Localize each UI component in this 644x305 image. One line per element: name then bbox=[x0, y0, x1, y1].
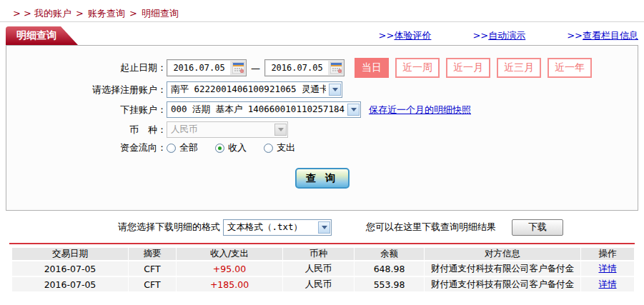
transactions-table: 交易日期 摘要 收入/支出 币种 余额 对方信息 操作 2016-07-05 C… bbox=[11, 246, 635, 293]
link-auto-demo[interactable]: >>自动演示 bbox=[472, 29, 525, 42]
radio-button-checked[interactable] bbox=[215, 144, 224, 153]
detail-link[interactable]: 详情 bbox=[599, 279, 617, 289]
currency-value: 人民币 bbox=[171, 124, 272, 136]
sub-account-select[interactable]: 000 活期 基本户 1406600101102571848 bbox=[167, 101, 361, 118]
col-header-balance: 余额 bbox=[355, 248, 424, 260]
flow-option-all[interactable]: 全部 bbox=[167, 141, 198, 154]
quick-range-buttons: 当日 近一周 近一月 近三月 近一年 bbox=[355, 58, 592, 78]
table-row: 2016-07-05 CFT +95.00 人民币 648.98 财付通支付科技… bbox=[12, 261, 634, 276]
cell-amount: +95.00 bbox=[177, 261, 282, 276]
col-header-currency: 币种 bbox=[283, 248, 354, 260]
currency-select: 人民币 bbox=[167, 121, 288, 138]
link-prefix: >> bbox=[567, 30, 583, 41]
quick-range-quarter-button[interactable]: 近三月 bbox=[497, 58, 541, 78]
download-row: 请您选择下载明细的格式 文本格式（.txt） 您可以在这里下载查询明细结果 下载 bbox=[118, 218, 644, 236]
cell-summary: CFT bbox=[129, 261, 176, 276]
tab-detail-query[interactable]: 明细查询 bbox=[6, 26, 78, 45]
breadcrumb-my-account[interactable]: 我的账户 bbox=[34, 8, 71, 19]
link-view-column-info[interactable]: >>查看栏目信息 bbox=[567, 29, 638, 42]
start-date-field[interactable]: 2016.07.05 bbox=[167, 59, 247, 76]
sub-account-row: 下挂账户： 000 活期 基本户 1406600101102571848 保存近… bbox=[6, 101, 638, 118]
link-prefix: >> bbox=[379, 30, 395, 41]
quick-range-year-button[interactable]: 近一年 bbox=[548, 58, 592, 78]
cell-counterparty: 财付通支付科技有限公司客户备付金 bbox=[425, 277, 580, 291]
download-format-value: 文本格式（.txt） bbox=[227, 221, 315, 234]
link-prefix: >> bbox=[472, 30, 488, 41]
registered-account-label: 请选择注册账户： bbox=[6, 84, 167, 96]
sub-account-value: 000 活期 基本户 1406600101102571848 bbox=[171, 104, 345, 116]
link-experience-rating[interactable]: >>体验评价 bbox=[379, 29, 432, 42]
cell-amount: +185.00 bbox=[177, 277, 282, 291]
cell-counterparty: 财付通支付科技有限公司客户备付金 bbox=[425, 261, 580, 276]
detail-link[interactable]: 详情 bbox=[599, 263, 617, 274]
header-links: >>体验评价 >>自动演示 >>查看栏目信息 bbox=[379, 29, 638, 42]
breadcrumb: > > 我的账户>账务查询>明细查询 bbox=[0, 0, 644, 21]
flow-option-label: 全部 bbox=[179, 141, 198, 154]
radio-button[interactable] bbox=[167, 144, 176, 153]
col-header-counterparty: 对方信息 bbox=[425, 248, 580, 260]
query-button-row: 查 询 bbox=[6, 168, 638, 189]
end-date-value[interactable]: 2016.07.05 bbox=[266, 61, 328, 75]
table-row: 2016-07-05 CFT +185.00 人民币 553.98 财付通支付科… bbox=[12, 277, 634, 291]
download-button[interactable]: 下载 bbox=[512, 219, 563, 236]
flow-option-label: 支出 bbox=[277, 141, 295, 154]
flow-option-expense[interactable]: 支出 bbox=[264, 141, 295, 154]
link-label: 查看栏目信息 bbox=[583, 30, 638, 41]
flow-option-income[interactable]: 收入 bbox=[215, 141, 247, 154]
cell-summary: CFT bbox=[129, 277, 176, 291]
quick-range-month-button[interactable]: 近一月 bbox=[446, 58, 490, 78]
query-form-panel: 起止日期： 2016.07.05 — 2016.07.05 bbox=[6, 45, 638, 211]
breadcrumb-account-query[interactable]: 账务查询 bbox=[88, 8, 125, 19]
start-date-value[interactable]: 2016.07.05 bbox=[168, 61, 230, 75]
registered-account-value: 南平 6222001406100921065 灵通卡 bbox=[171, 84, 326, 96]
currency-row: 币 种： 人民币 bbox=[6, 121, 638, 138]
registered-account-select[interactable]: 南平 6222001406100921065 灵通卡 bbox=[167, 81, 342, 98]
query-button[interactable]: 查 询 bbox=[295, 168, 350, 189]
chevron-down-icon bbox=[347, 104, 360, 116]
chevron-down-icon bbox=[318, 221, 330, 234]
download-format-label: 请您选择下载明细的格式 bbox=[118, 221, 220, 234]
divider bbox=[0, 21, 644, 22]
date-dash: — bbox=[251, 63, 260, 74]
cell-balance: 648.98 bbox=[355, 261, 424, 276]
cell-currency: 人民币 bbox=[283, 261, 354, 276]
cell-action: 详情 bbox=[581, 277, 634, 291]
calendar-icon[interactable] bbox=[231, 61, 245, 75]
cell-action: 详情 bbox=[581, 261, 634, 276]
link-label: 体验评价 bbox=[394, 30, 431, 41]
cell-balance: 553.98 bbox=[355, 277, 424, 291]
quick-range-week-button[interactable]: 近一周 bbox=[395, 58, 440, 78]
breadcrumb-separator: > bbox=[76, 8, 84, 19]
currency-label: 币 种： bbox=[6, 124, 167, 136]
col-header-date: 交易日期 bbox=[12, 248, 128, 260]
fund-flow-label: 资金流向： bbox=[6, 141, 167, 154]
date-range-row: 起止日期： 2016.07.05 — 2016.07.05 bbox=[6, 58, 638, 78]
breadcrumb-prefix: > > bbox=[13, 8, 31, 19]
flow-option-label: 收入 bbox=[228, 141, 247, 154]
chevron-down-icon bbox=[274, 124, 287, 136]
breadcrumb-separator: > bbox=[129, 8, 137, 19]
col-header-summary: 摘要 bbox=[129, 248, 176, 260]
radio-button[interactable] bbox=[264, 144, 273, 153]
sub-account-label: 下挂账户： bbox=[6, 104, 167, 116]
breadcrumb-detail-query[interactable]: 明细查询 bbox=[142, 8, 179, 19]
cell-date: 2016-07-05 bbox=[12, 261, 128, 276]
cell-currency: 人民币 bbox=[283, 277, 354, 291]
calendar-icon[interactable] bbox=[329, 61, 343, 75]
save-snapshot-link[interactable]: 保存近一个月的明细快照 bbox=[369, 104, 471, 116]
red-divider bbox=[9, 243, 635, 244]
date-range-label: 起止日期： bbox=[6, 61, 167, 74]
end-date-field[interactable]: 2016.07.05 bbox=[264, 59, 345, 76]
download-hint: 您可以在这里下载查询明细结果 bbox=[366, 221, 496, 234]
col-header-action: 操作 bbox=[581, 248, 634, 260]
chevron-down-icon bbox=[329, 84, 341, 96]
cell-date: 2016-07-05 bbox=[12, 277, 128, 291]
download-format-select[interactable]: 文本格式（.txt） bbox=[223, 219, 332, 236]
link-label: 自动演示 bbox=[488, 30, 525, 41]
quick-range-today-button[interactable]: 当日 bbox=[355, 58, 389, 78]
registered-account-row: 请选择注册账户： 南平 6222001406100921065 灵通卡 bbox=[6, 81, 638, 98]
table-header-row: 交易日期 摘要 收入/支出 币种 余额 对方信息 操作 bbox=[12, 248, 634, 260]
tab-label: 明细查询 bbox=[16, 29, 56, 41]
tab-row: 明细查询 >>体验评价 >>自动演示 >>查看栏目信息 bbox=[0, 26, 644, 45]
col-header-amount: 收入/支出 bbox=[177, 248, 282, 260]
